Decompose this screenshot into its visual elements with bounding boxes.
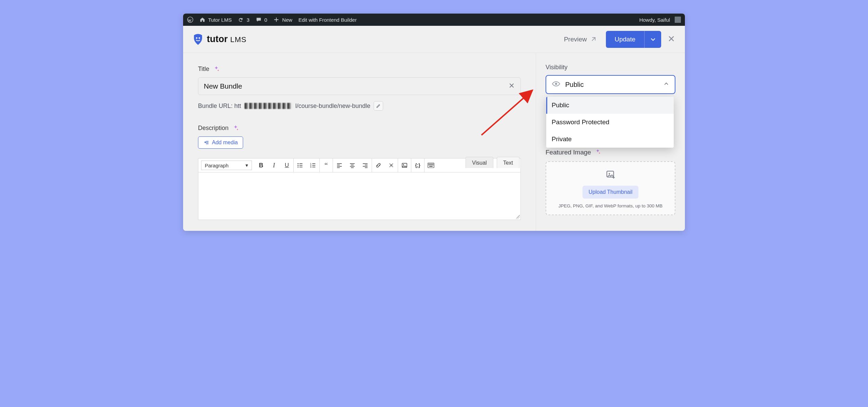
- svg-point-27: [609, 173, 610, 174]
- visibility-option-public[interactable]: Public: [546, 97, 674, 114]
- numbered-list-button[interactable]: 123: [307, 159, 319, 172]
- tab-text[interactable]: Text: [497, 157, 519, 168]
- adminbar-comments[interactable]: 0: [256, 17, 267, 23]
- title-label: Title: [198, 66, 209, 73]
- adminbar-howdy: Howdy, Saiful: [639, 17, 670, 23]
- refresh-icon: [238, 17, 244, 23]
- upload-hint: JPEG, PNG, GIF, and WebP formats, up to …: [558, 203, 663, 208]
- adminbar-account[interactable]: Howdy, Saiful: [639, 17, 681, 23]
- italic-button[interactable]: I: [268, 159, 280, 172]
- ai-sparkle-icon[interactable]: [232, 124, 239, 132]
- svg-point-4: [298, 163, 299, 164]
- svg-rect-17: [432, 164, 432, 164]
- plus-icon: [273, 17, 279, 23]
- visibility-label: Visibility: [546, 64, 675, 71]
- rich-text-editor: Visual Text Paragraph ▾ B I U: [198, 158, 521, 220]
- adminbar-frontend-builder[interactable]: Edit with Frontend Builder: [298, 17, 357, 23]
- svg-rect-21: [431, 165, 431, 165]
- svg-rect-16: [431, 164, 431, 164]
- description-label: Description: [198, 125, 229, 132]
- adminbar-updates-count: 3: [246, 17, 249, 23]
- pencil-icon: [376, 103, 381, 109]
- align-right-button[interactable]: [359, 159, 372, 172]
- svg-point-1: [196, 37, 198, 39]
- insert-image-button[interactable]: [398, 159, 411, 172]
- list-ul-icon: [297, 162, 303, 168]
- svg-rect-20: [430, 165, 430, 165]
- underline-button[interactable]: U: [280, 159, 293, 172]
- svg-point-2: [199, 37, 200, 39]
- svg-point-3: [204, 142, 206, 143]
- visibility-option-private[interactable]: Private: [546, 131, 674, 148]
- image-icon: [401, 162, 408, 168]
- comment-icon: [256, 17, 262, 23]
- eye-icon: [552, 79, 560, 90]
- avatar: [675, 17, 681, 23]
- visibility-dropdown: Public Password Protected Private: [546, 97, 674, 148]
- title-input[interactable]: [204, 82, 505, 90]
- close-icon: [508, 82, 515, 89]
- toolbar-toggle-button[interactable]: [425, 159, 437, 172]
- adminbar-updates[interactable]: 3: [238, 17, 249, 23]
- svg-rect-14: [429, 164, 429, 164]
- blockquote-button[interactable]: “: [320, 159, 333, 172]
- featured-image-label: Featured Image: [546, 149, 591, 156]
- image-placeholder-icon: [606, 169, 616, 181]
- unlink-button[interactable]: [385, 159, 398, 172]
- align-center-button[interactable]: [346, 159, 359, 172]
- adminbar-site-name: Tutor LMS: [208, 17, 232, 23]
- link-button[interactable]: [372, 159, 385, 172]
- svg-point-12: [403, 164, 404, 165]
- svg-point-10: [391, 165, 392, 166]
- clear-title-button[interactable]: [508, 82, 515, 90]
- update-button[interactable]: Update: [606, 31, 644, 48]
- adminbar-new-label: New: [282, 17, 292, 23]
- svg-rect-18: [433, 164, 433, 164]
- external-link-icon: [590, 36, 596, 42]
- svg-rect-22: [432, 165, 432, 165]
- home-icon: [199, 17, 205, 23]
- svg-rect-23: [433, 165, 433, 165]
- edit-url-button[interactable]: [374, 101, 383, 111]
- ai-sparkle-icon[interactable]: [594, 148, 601, 156]
- wp-logo-icon[interactable]: [187, 17, 193, 23]
- resize-handle[interactable]: [515, 214, 520, 219]
- add-media-button[interactable]: Add media: [198, 136, 243, 149]
- bullet-list-button[interactable]: [294, 159, 307, 172]
- ai-sparkle-icon[interactable]: [213, 65, 220, 73]
- bold-button[interactable]: B: [255, 159, 268, 172]
- sidebar-panel: Visibility Public Public Password Protec…: [536, 53, 685, 231]
- adminbar-new[interactable]: New: [273, 17, 292, 23]
- adminbar-site-link[interactable]: Tutor LMS: [199, 17, 232, 23]
- media-icon: [203, 140, 209, 146]
- title-input-wrap: [198, 77, 521, 95]
- featured-image-dropzone[interactable]: Upload Thumbnail JPEG, PNG, GIF, and Web…: [546, 161, 675, 215]
- svg-point-6: [298, 167, 299, 168]
- shortcode-button[interactable]: {;}: [411, 159, 424, 172]
- chevron-down-icon: [650, 36, 656, 43]
- link-icon: [375, 162, 381, 168]
- close-icon: [667, 35, 675, 43]
- visibility-option-password[interactable]: Password Protected: [546, 114, 674, 131]
- visibility-value: Public: [565, 81, 658, 89]
- tab-visual[interactable]: Visual: [466, 157, 493, 168]
- chevron-up-icon: [663, 81, 669, 88]
- unlink-icon: [388, 162, 394, 168]
- preview-button[interactable]: Preview: [564, 36, 596, 43]
- block-format-select[interactable]: Paragraph ▾: [201, 161, 252, 170]
- visibility-select[interactable]: Public Public Password Protected Private: [546, 75, 675, 94]
- close-button[interactable]: [667, 35, 675, 44]
- svg-rect-24: [429, 166, 433, 167]
- svg-rect-19: [429, 165, 429, 165]
- update-menu-button[interactable]: [644, 31, 661, 48]
- list-ol-icon: 123: [310, 162, 316, 168]
- align-left-button[interactable]: [333, 159, 346, 172]
- keyboard-icon: [428, 163, 434, 168]
- svg-rect-15: [430, 164, 430, 164]
- editor-content-area[interactable]: [198, 172, 521, 220]
- bundle-url-row: Bundle URL: htt l/course-bundle/new-bund…: [198, 101, 521, 111]
- tutor-lms-logo-icon: [193, 33, 203, 45]
- upload-thumbnail-button[interactable]: Upload Thumbnail: [583, 186, 639, 199]
- app-header: tutor LMS Preview Update: [183, 26, 685, 53]
- app-frame: Tutor LMS 3 0 New Edit with Frontend Bui…: [183, 14, 685, 231]
